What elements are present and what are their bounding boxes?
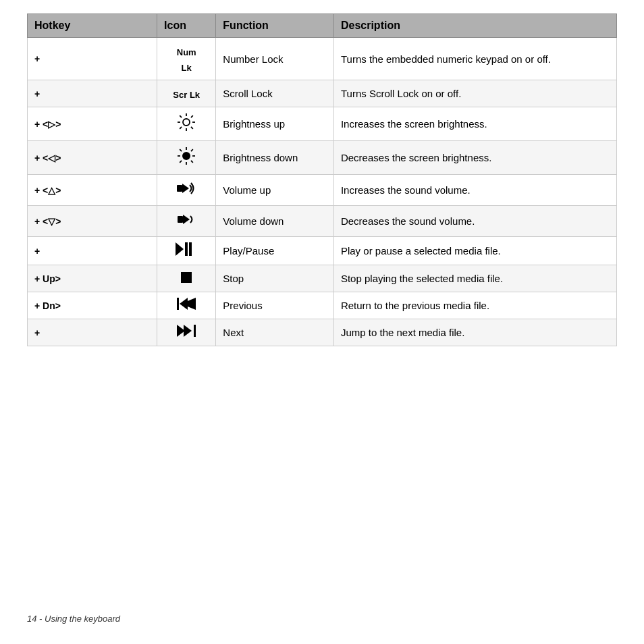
table-row-hotkey: +	[28, 38, 157, 80]
svg-line-14	[180, 149, 182, 151]
table-row-hotkey: + <◁>	[28, 141, 157, 175]
svg-rect-23	[185, 242, 188, 256]
table-row-icon	[157, 175, 216, 206]
table-row-icon	[157, 265, 216, 292]
svg-rect-25	[181, 272, 192, 283]
header-icon: Icon	[157, 14, 216, 38]
table-row-description: Decreases the sound volume.	[333, 206, 616, 237]
table-row-function: Play/Pause	[216, 237, 334, 265]
table-row-icon: NumLk	[157, 38, 216, 80]
table-row-icon	[157, 107, 216, 141]
header-hotkey: Hotkey	[28, 14, 157, 38]
table-row-description: Jump to the next media file.	[333, 319, 616, 346]
svg-line-5	[180, 115, 182, 117]
table-row-description: Stop playing the selected media file.	[333, 265, 616, 292]
table-row-function: Volume up	[216, 175, 334, 206]
table-row-function: Volume down	[216, 206, 334, 237]
svg-line-15	[191, 161, 193, 163]
svg-line-16	[191, 149, 193, 151]
svg-rect-26	[177, 298, 179, 310]
table-row-description: Turns the embedded numeric keypad on or …	[333, 38, 616, 80]
svg-rect-32	[194, 325, 196, 337]
table-row-function: Brightness down	[216, 141, 334, 175]
table-row-description: Return to the previous media file.	[333, 292, 616, 319]
hotkey-table: Hotkey Icon Function Description + NumLk…	[27, 14, 617, 346]
table-row-function: Brightness up	[216, 107, 334, 141]
table-row-hotkey: + Dn>	[28, 292, 157, 319]
svg-marker-21	[183, 215, 190, 224]
table-row-hotkey: +	[28, 237, 157, 265]
header-description: Description	[333, 14, 616, 38]
table-row-icon	[157, 237, 216, 265]
table-row-icon	[157, 141, 216, 175]
svg-point-0	[183, 119, 190, 126]
table-row-icon: Scr Lk	[157, 80, 216, 107]
table-row-hotkey: + <▷>	[28, 107, 157, 141]
table-row-description: Decreases the screen brightness.	[333, 141, 616, 175]
table-row-description: Increases the screen brightness.	[333, 107, 616, 141]
page-container: Hotkey Icon Function Description + NumLk…	[0, 0, 644, 373]
table-row-hotkey: + <▽>	[28, 206, 157, 237]
svg-rect-24	[189, 242, 192, 256]
svg-rect-20	[178, 216, 183, 223]
svg-point-9	[182, 152, 190, 160]
svg-rect-18	[177, 185, 182, 192]
table-row-function: Scroll Lock	[216, 80, 334, 107]
svg-line-8	[180, 127, 182, 129]
svg-marker-29	[180, 298, 188, 310]
svg-marker-19	[182, 184, 189, 193]
table-row-description: Play or pause a selected media file.	[333, 237, 616, 265]
table-row-function: Number Lock	[216, 38, 334, 80]
table-row-hotkey: + Up>	[28, 265, 157, 292]
svg-marker-31	[184, 325, 192, 337]
svg-line-17	[180, 161, 182, 163]
svg-line-6	[191, 127, 193, 129]
header-function: Function	[216, 14, 334, 38]
table-row-icon	[157, 292, 216, 319]
table-row-description: Increases the sound volume.	[333, 175, 616, 206]
table-row-hotkey: + <△>	[28, 175, 157, 206]
table-row-function: Stop	[216, 265, 334, 292]
table-row-function: Previous	[216, 292, 334, 319]
table-row-hotkey: +	[28, 319, 157, 346]
table-row-hotkey: +	[28, 80, 157, 107]
table-row-icon	[157, 319, 216, 346]
svg-line-7	[191, 115, 193, 117]
footer-note: 14 - Using the keyboard	[27, 614, 120, 624]
table-row-description: Turns Scroll Lock on or off.	[333, 80, 616, 107]
table-row-function: Next	[216, 319, 334, 346]
svg-marker-22	[176, 242, 184, 256]
table-row-icon	[157, 206, 216, 237]
